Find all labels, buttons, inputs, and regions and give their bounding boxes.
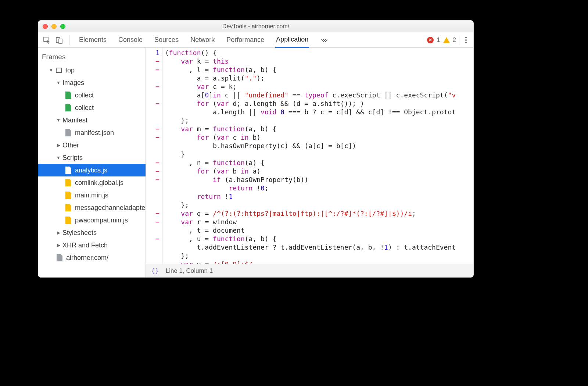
issue-counters[interactable]: ✕ 1 2 xyxy=(427,36,456,44)
image-file-icon xyxy=(65,104,72,111)
code-area[interactable]: 1 − − − − − − − − xyxy=(146,48,473,264)
warning-icon xyxy=(443,37,450,43)
tree-frame-top[interactable]: ▼ top xyxy=(38,64,146,76)
tree-file-selected[interactable]: analytics.js xyxy=(38,164,146,176)
tree-label: collect xyxy=(75,92,94,99)
tree-label: comlink.global.js xyxy=(75,179,123,187)
more-tabs-icon[interactable] xyxy=(319,36,327,44)
sidebar-heading: Frames xyxy=(38,48,146,64)
tree-file[interactable]: airhorner.com/ xyxy=(38,251,146,264)
settings-menu-icon[interactable] xyxy=(462,37,470,43)
tree-label: manifest.json xyxy=(75,129,114,137)
error-count: 1 xyxy=(437,36,440,44)
fold-marker[interactable]: − xyxy=(146,209,159,218)
fold-marker[interactable]: − xyxy=(146,57,159,65)
tree-label: analytics.js xyxy=(75,167,107,174)
line-gutter[interactable]: 1 − − − − − − − − xyxy=(146,48,163,264)
pretty-print-icon[interactable]: {} xyxy=(151,267,159,275)
tree-group-images[interactable]: ▼ Images xyxy=(38,76,146,89)
devtools-tabbar: Elements Console Sources Network Perform… xyxy=(38,32,473,48)
fold-marker[interactable]: − xyxy=(146,218,159,226)
devtools-window: DevTools - airhorner.com/ Elements Conso… xyxy=(38,20,474,278)
script-file-icon xyxy=(65,192,72,199)
file-icon xyxy=(56,254,63,261)
svg-rect-2 xyxy=(59,39,62,43)
source-editor: 1 − − − − − − − − xyxy=(146,48,473,277)
window-zoom-button[interactable] xyxy=(60,24,65,29)
editor-statusbar: {} Line 1, Column 1 xyxy=(146,264,473,277)
tree-label: Manifest xyxy=(62,117,87,124)
tree-file[interactable]: pwacompat.min.js xyxy=(38,214,146,226)
fold-marker[interactable]: − xyxy=(146,65,159,74)
window-title: DevTools - airhorner.com/ xyxy=(38,23,473,30)
device-toolbar-icon[interactable] xyxy=(54,35,64,45)
separator xyxy=(459,36,459,44)
frame-icon xyxy=(55,67,62,74)
tab-performance[interactable]: Performance xyxy=(226,33,265,47)
panel-tabs: Elements Console Sources Network Perform… xyxy=(78,32,423,48)
tree-label: XHR and Fetch xyxy=(62,242,108,249)
error-icon: ✕ xyxy=(427,37,434,43)
window-close-button[interactable] xyxy=(43,24,48,29)
separator xyxy=(69,35,69,45)
tree-label: top xyxy=(65,67,75,74)
tab-network[interactable]: Network xyxy=(190,33,215,47)
tree-group-stylesheets[interactable]: ▶ Stylesheets xyxy=(38,226,146,239)
tab-console[interactable]: Console xyxy=(118,33,143,47)
tree-label: collect xyxy=(75,104,94,112)
tree-file[interactable]: collect xyxy=(38,89,146,101)
inspect-element-icon[interactable] xyxy=(42,35,51,45)
fold-marker[interactable]: − xyxy=(146,158,159,167)
fold-marker[interactable]: − xyxy=(146,167,159,175)
tree-file[interactable]: comlink.global.js xyxy=(38,176,146,189)
tree-label: Scripts xyxy=(62,154,83,162)
tree-group-xhr[interactable]: ▶ XHR and Fetch xyxy=(38,239,146,251)
chevron-right-icon: ▶ xyxy=(56,230,61,235)
fold-marker[interactable]: − xyxy=(146,99,159,108)
chevron-right-icon: ▶ xyxy=(56,143,61,148)
script-file-icon xyxy=(65,204,72,211)
frames-sidebar: Frames ▼ top ▼ Images collect collect ▼ xyxy=(38,48,146,277)
chevron-down-icon: ▼ xyxy=(56,80,61,85)
tab-elements[interactable]: Elements xyxy=(78,33,107,47)
tree-label: pwacompat.min.js xyxy=(75,217,128,224)
fold-marker[interactable]: − xyxy=(146,133,159,142)
chevron-down-icon: ▼ xyxy=(56,118,61,123)
line-number: 1 xyxy=(155,49,159,57)
window-titlebar: DevTools - airhorner.com/ xyxy=(38,21,473,32)
frames-tree: ▼ top ▼ Images collect collect ▼ Manifes… xyxy=(38,64,146,264)
tree-label: Other xyxy=(62,142,79,149)
chevron-down-icon: ▼ xyxy=(56,155,61,160)
tree-label: messagechanneladapter.global.js xyxy=(75,204,146,212)
script-file-icon xyxy=(65,167,72,174)
tree-file[interactable]: messagechanneladapter.global.js xyxy=(38,201,146,214)
tree-file[interactable]: manifest.json xyxy=(38,126,146,139)
fold-marker[interactable]: − xyxy=(146,175,159,184)
tree-group-scripts[interactable]: ▼ Scripts xyxy=(38,151,146,164)
script-file-icon xyxy=(65,179,72,186)
tree-file[interactable]: collect xyxy=(38,101,146,114)
tree-label: Images xyxy=(62,79,84,87)
fold-marker[interactable]: − xyxy=(146,125,159,133)
tree-label: airhorner.com/ xyxy=(66,254,108,262)
tab-application[interactable]: Application xyxy=(275,32,309,48)
tab-sources[interactable]: Sources xyxy=(154,33,179,47)
fold-marker[interactable]: − xyxy=(146,235,159,243)
tree-group-manifest[interactable]: ▼ Manifest xyxy=(38,114,146,126)
tree-file[interactable]: main.min.js xyxy=(38,189,146,201)
window-minimize-button[interactable] xyxy=(51,24,57,29)
chevron-down-icon: ▼ xyxy=(49,68,54,73)
script-file-icon xyxy=(65,217,72,224)
cursor-position: Line 1, Column 1 xyxy=(166,267,213,275)
tree-label: main.min.js xyxy=(75,192,108,199)
image-file-icon xyxy=(65,92,72,99)
tree-group-other[interactable]: ▶ Other xyxy=(38,139,146,151)
code-content[interactable]: (function() { var k = this , l = functio… xyxy=(163,48,473,264)
chevron-right-icon: ▶ xyxy=(56,243,61,248)
file-icon xyxy=(65,129,72,136)
warning-count: 2 xyxy=(453,36,456,44)
tree-label: Stylesheets xyxy=(62,229,97,237)
fold-marker[interactable]: − xyxy=(146,82,159,91)
window-controls xyxy=(38,24,65,29)
